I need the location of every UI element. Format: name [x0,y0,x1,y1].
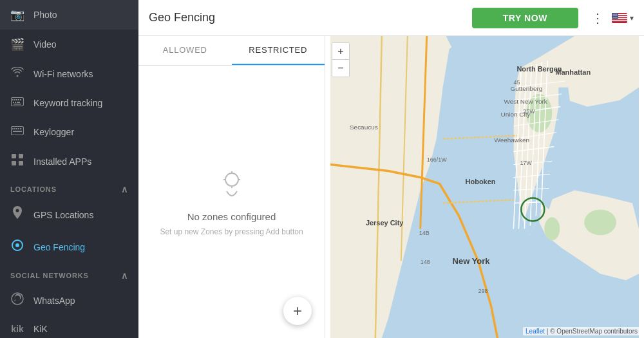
wifi-icon [10,67,24,80]
tab-restricted[interactable]: RESTRICTED [232,36,325,65]
west-new-york-label: West New York [504,98,547,105]
svg-rect-6 [13,102,14,103]
svg-rect-15 [20,128,21,129]
map-svg: North Bergen Guttenberg West New York Un… [325,36,644,338]
tab-restricted-label: RESTRICTED [249,45,307,55]
svg-rect-13 [16,128,17,129]
sidebar-label-kik: KiK [33,324,48,334]
svg-rect-3 [16,99,17,100]
svg-text:298: 298 [478,288,488,294]
svg-text:35W: 35W [523,108,535,115]
guttenberg-label: Guttenberg [510,85,542,92]
more-options-icon[interactable]: ⋮ [589,8,607,28]
svg-point-25 [15,296,20,301]
svg-rect-11 [12,128,14,129]
svg-rect-4 [18,99,19,100]
social-section-header: SOCIAL NETWORKS ∧ [0,263,138,285]
svg-text:14B: 14B [419,230,430,236]
sidebar-label-video: Video [33,39,57,50]
svg-text:17W: 17W [520,160,532,166]
manhattan-label: Manhattan [555,68,591,76]
sidebar-label-photo: Photo [33,10,57,20]
content-area: ALLOWED RESTRICTED [138,36,644,338]
map-attribution: Leaflet | © OpenStreetMap contributors [523,327,640,335]
svg-point-52 [584,209,616,235]
map-area: + − [325,36,644,338]
no-zones-subtitle: Set up new Zones by pressing Add button [160,227,303,236]
svg-rect-1 [12,99,14,100]
apps-grid-icon [10,154,24,169]
sidebar-item-kik[interactable]: kik KiK [0,316,138,338]
sidebar-label-keylogger: Keylogger [33,127,74,137]
sidebar-label-keyword: Keyword tracking [33,98,102,108]
sidebar-label-whatsapp: WhatsApp [33,296,75,306]
svg-rect-30 [612,20,627,21]
svg-text:45: 45 [513,79,520,86]
jersey-city-label: Jersey City [366,219,404,227]
page-header: Geo Fencing TRY NOW ⋮ [138,0,644,36]
left-panel: ALLOWED RESTRICTED [138,36,325,338]
leaflet-link[interactable]: Leaflet [526,328,545,335]
zoom-in-button[interactable]: + [332,43,349,60]
sidebar-item-whatsapp[interactable]: WhatsApp [0,285,138,316]
kik-icon: kik [10,324,24,334]
sidebar-item-apps[interactable]: Installed APPs [0,146,138,176]
tabs-bar: ALLOWED RESTRICTED [138,36,325,66]
zoom-controls: + − [332,42,350,77]
svg-rect-19 [12,161,16,165]
hoboken-label: Hoboken [466,178,496,185]
svg-point-40 [612,17,613,17]
svg-rect-20 [19,161,23,165]
sidebar-label-apps: Installed APPs [33,156,91,167]
geofencing-icon [10,239,24,255]
svg-point-36 [612,15,613,15]
svg-rect-14 [18,128,19,129]
svg-point-51 [544,217,560,240]
svg-point-33 [614,14,614,14]
svg-point-32 [612,14,613,14]
osm-attribution: © OpenStreetMap contributors [550,328,638,335]
sidebar-label-wifi: Wi-Fi networks [33,69,93,79]
try-now-button[interactable]: TRY NOW [472,8,578,28]
flag-icon [612,13,627,23]
svg-point-37 [614,15,614,15]
page-title: Geo Fencing [149,11,462,24]
svg-rect-8 [17,102,20,103]
tab-allowed-label: ALLOWED [163,45,207,55]
social-section-label: SOCIAL NETWORKS [10,272,89,279]
photo-icon: 📷 [10,8,24,22]
locations-section-header: LOCATIONS ∧ [0,176,138,198]
no-zones-icon [216,168,248,206]
sidebar-item-photo[interactable]: 📷 Photo [0,0,138,30]
secaucus-label: Secaucus [350,124,378,131]
svg-point-41 [614,17,614,17]
header-actions: ⋮ [589,8,634,28]
svg-rect-12 [14,128,15,129]
svg-rect-18 [19,154,23,158]
svg-point-42 [615,17,616,17]
keyboard-icon [10,96,24,109]
sidebar-label-geofencing: Geo Fencing [33,242,85,252]
sidebar-label-gps: GPS Locations [33,210,93,220]
svg-point-38 [615,15,616,15]
svg-point-23 [15,243,19,247]
sidebar-item-wifi[interactable]: Wi-Fi networks [0,59,138,88]
add-zone-button[interactable]: + [283,297,312,325]
tab-allowed[interactable]: ALLOWED [138,36,232,65]
sidebar-item-keyword[interactable]: Keyword tracking [0,88,138,117]
language-selector[interactable]: ▾ [612,13,634,23]
zoom-out-button[interactable]: − [332,60,349,77]
svg-point-35 [616,14,617,14]
sidebar-item-geofencing[interactable]: Geo Fencing [0,231,138,263]
svg-rect-16 [13,131,22,132]
no-zones-title: No zones configured [187,211,276,222]
svg-point-44 [225,173,238,186]
svg-rect-5 [20,99,21,100]
sidebar-item-video[interactable]: 🎬 Video [0,30,138,59]
sidebar-item-keylogger[interactable]: Keylogger [0,117,138,146]
social-chevron-icon: ∧ [121,270,128,281]
svg-text:148: 148 [421,259,430,265]
svg-text:166/1W: 166/1W [427,156,447,163]
sidebar-item-gps[interactable]: GPS Locations [0,198,138,231]
new-york-label: New York [453,256,491,266]
